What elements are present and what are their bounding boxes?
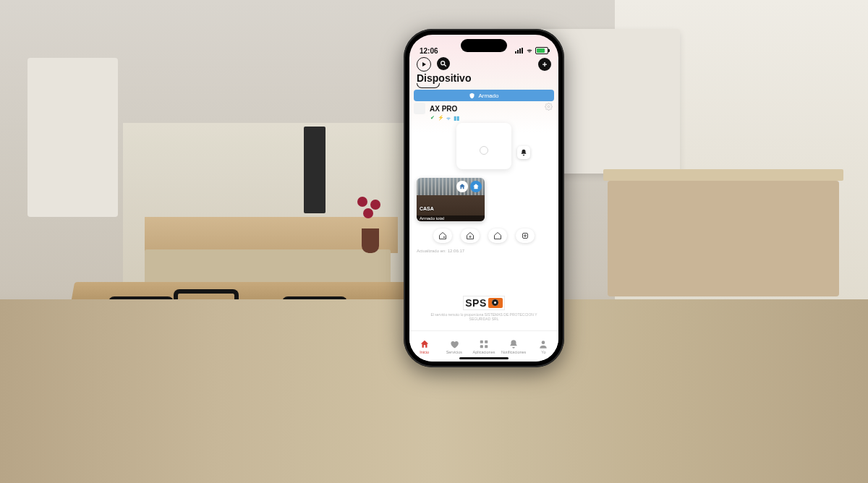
battery-small-icon: ▮▮ (454, 115, 459, 121)
dynamic-island (461, 39, 507, 52)
tab-me-label: Yo (541, 350, 545, 354)
action-sos[interactable] (516, 228, 535, 243)
tab-apps-label: Aplicaciones (473, 350, 495, 354)
wifi-icon (526, 46, 533, 55)
camera-arm-state: Armado total (417, 215, 485, 221)
svg-point-7 (524, 235, 527, 237)
home-indicator[interactable] (459, 357, 509, 359)
tab-notifications-label: Notificaciones (501, 350, 526, 354)
sps-logo: SPS (463, 296, 505, 310)
bell-icon (509, 339, 519, 349)
action-away-arm[interactable] (433, 228, 452, 243)
tab-me[interactable]: Yo (529, 331, 558, 362)
siren-quick-button[interactable] (517, 146, 530, 159)
shield-icon (469, 93, 475, 99)
person-icon (538, 339, 548, 349)
battery-icon (535, 47, 548, 54)
camera-alarm-icon[interactable] (470, 181, 482, 192)
quick-actions-row (409, 228, 558, 243)
tab-services-label: Servicios (446, 350, 462, 354)
svg-rect-8 (480, 340, 483, 343)
provider-footer: SPS El servicio remoto lo proporciona SI… (409, 296, 558, 322)
svg-rect-9 (485, 340, 488, 343)
device-card[interactable]: AX PRO ✔ ⚡ ▮▮ (414, 103, 554, 121)
action-disarm[interactable] (488, 228, 507, 243)
photo-background: 12:06 (0, 0, 868, 483)
svg-line-1 (444, 64, 446, 67)
add-button[interactable] (538, 58, 551, 71)
svg-point-12 (542, 341, 545, 344)
gear-icon[interactable] (545, 103, 553, 112)
armed-label: Armado (478, 93, 498, 99)
camera-tile[interactable]: CASA Armado total (417, 178, 485, 221)
tab-home-label: Inicio (420, 350, 429, 354)
camera-home-icon[interactable] (456, 181, 468, 192)
action-stay-arm[interactable] (461, 228, 480, 243)
provider-disclaimer: El servicio remoto lo proporciona SISTEM… (409, 312, 558, 322)
svg-point-5 (469, 236, 471, 238)
wifi-small-icon (446, 115, 451, 121)
armed-banner[interactable]: Armado (414, 90, 554, 101)
home-icon (420, 339, 430, 349)
power-icon: ⚡ (438, 115, 443, 121)
heart-icon (449, 339, 459, 349)
svg-point-4 (548, 106, 550, 108)
phone-screen: 12:06 (409, 35, 558, 362)
record-icon[interactable] (417, 57, 431, 72)
cellular-signal-icon (515, 48, 524, 54)
chevron-down-icon[interactable] (417, 83, 440, 88)
device-status-icons: ✔ ⚡ ▮▮ (430, 115, 554, 121)
status-time: 12:06 (420, 47, 438, 55)
search-icon[interactable] (437, 57, 450, 70)
device-thumb (414, 103, 425, 114)
last-updated: Actualizado en: 12:06:17 (417, 249, 464, 253)
phone-frame: 12:06 (404, 29, 564, 367)
device-name: AX PRO (430, 105, 457, 113)
svg-rect-6 (523, 234, 528, 239)
apps-icon (479, 339, 489, 349)
svg-rect-10 (480, 345, 483, 348)
camera-name: CASA (420, 206, 434, 211)
svg-rect-11 (485, 345, 488, 348)
svg-point-0 (441, 61, 445, 65)
page-title: Dispositivo (417, 72, 471, 88)
cloud-ok-icon: ✔ (430, 115, 435, 121)
alarm-hub-image[interactable] (456, 123, 511, 169)
tab-home[interactable]: Inicio (409, 331, 439, 362)
